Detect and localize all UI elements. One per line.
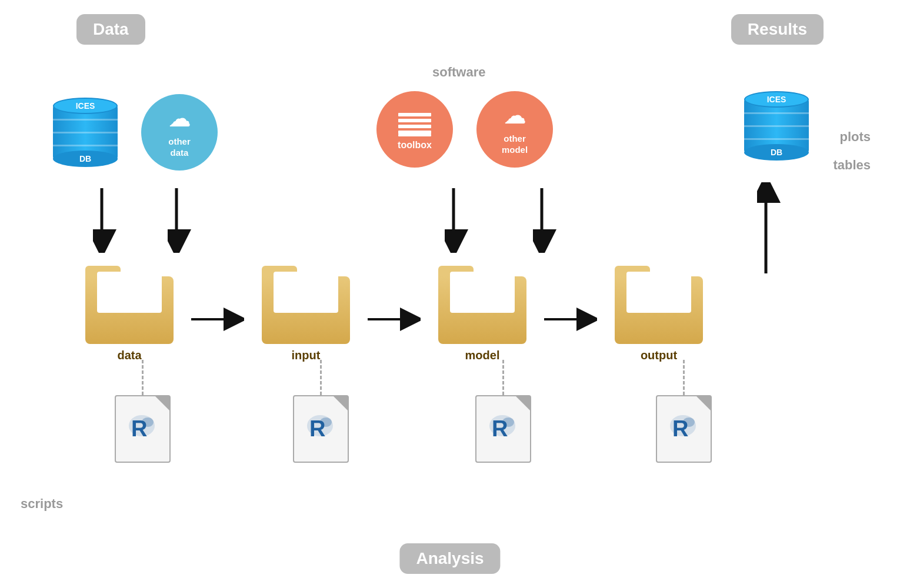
output-folder-slot: output bbox=[600, 276, 718, 362]
folder-row: data input bbox=[71, 276, 718, 362]
file-corner-input bbox=[334, 396, 348, 410]
toolbox-icon bbox=[397, 108, 432, 138]
model-folder: model bbox=[438, 276, 526, 362]
tables-label: tables bbox=[833, 158, 871, 173]
svg-rect-0 bbox=[398, 113, 431, 116]
r-logo-svg-input: R bbox=[304, 413, 339, 445]
ices-db-left: ICES DB bbox=[53, 98, 118, 167]
arrow-ices-down bbox=[93, 188, 122, 253]
file-corner bbox=[155, 396, 169, 410]
dashed-line-input bbox=[320, 360, 322, 395]
svg-point-23 bbox=[142, 417, 154, 427]
arrow-toolbox-down bbox=[445, 188, 474, 253]
arrow-other-model-down bbox=[533, 188, 562, 253]
other-data-label: other data bbox=[168, 136, 191, 159]
svg-point-26 bbox=[320, 417, 332, 427]
arrow-other-data-down bbox=[168, 188, 197, 253]
dashed-line-model bbox=[502, 360, 504, 395]
input-folder-slot: input bbox=[247, 276, 365, 362]
db-right-top-label: ICES bbox=[767, 95, 786, 104]
db-bottom: DB bbox=[53, 151, 118, 167]
plots-label: plots bbox=[839, 129, 871, 145]
db-right-bottom-label: DB bbox=[771, 148, 782, 157]
svg-rect-4 bbox=[398, 134, 431, 136]
data-script-section: R bbox=[115, 360, 171, 463]
svg-rect-2 bbox=[398, 125, 431, 128]
svg-rect-3 bbox=[398, 131, 431, 134]
input-script-section: R bbox=[293, 360, 349, 463]
cloud-icon: ☁ bbox=[169, 106, 190, 133]
svg-point-32 bbox=[683, 417, 695, 427]
svg-rect-1 bbox=[398, 119, 431, 122]
db-top: ICES bbox=[53, 98, 118, 114]
other-model-cloud: ☁ other model bbox=[476, 91, 553, 168]
arrow-data-to-input bbox=[188, 308, 247, 331]
other-model-cloud-icon: ☁ bbox=[504, 103, 525, 131]
output-r-file: R bbox=[656, 395, 712, 463]
dashed-line-output bbox=[683, 360, 685, 395]
software-row: toolbox ☁ other model bbox=[376, 91, 553, 168]
arrow-input-to-model bbox=[365, 308, 424, 331]
svg-point-29 bbox=[502, 417, 514, 427]
r-logo-svg: R bbox=[125, 413, 161, 445]
output-folder: output bbox=[615, 276, 703, 362]
model-r-file: R bbox=[475, 395, 531, 463]
data-r-file: R bbox=[115, 395, 171, 463]
output-script-section: R bbox=[656, 360, 712, 463]
r-logo-svg-model: R bbox=[486, 413, 521, 445]
db-bottom-label: DB bbox=[79, 154, 91, 163]
other-data-cloud: ☁ other data bbox=[141, 94, 218, 171]
dashed-line-data bbox=[142, 360, 144, 395]
ices-db-right: ICES DB bbox=[744, 91, 809, 161]
r-logo-svg-output: R bbox=[666, 413, 702, 445]
scripts-label: scripts bbox=[21, 496, 63, 512]
toolbox-label: toolbox bbox=[398, 140, 432, 151]
file-corner-output bbox=[696, 396, 711, 410]
data-badge: Data bbox=[76, 14, 145, 45]
arrow-model-to-output bbox=[541, 308, 600, 331]
input-r-file: R bbox=[293, 395, 349, 463]
file-corner-model bbox=[516, 396, 530, 410]
data-sources-row: ICES DB ☁ other data bbox=[53, 94, 218, 171]
analysis-badge: Analysis bbox=[399, 543, 500, 574]
results-badge: Results bbox=[731, 14, 824, 45]
toolbox-circle: toolbox bbox=[376, 91, 453, 168]
db-top-label: ICES bbox=[76, 101, 95, 111]
arrow-output-up bbox=[757, 182, 786, 279]
model-folder-slot: model bbox=[424, 276, 541, 362]
other-model-label: other model bbox=[502, 133, 528, 156]
model-script-section: R bbox=[475, 360, 531, 463]
data-folder: data bbox=[85, 276, 174, 362]
software-label: software bbox=[432, 65, 485, 80]
data-folder-slot: data bbox=[71, 276, 188, 362]
input-folder: input bbox=[262, 276, 350, 362]
